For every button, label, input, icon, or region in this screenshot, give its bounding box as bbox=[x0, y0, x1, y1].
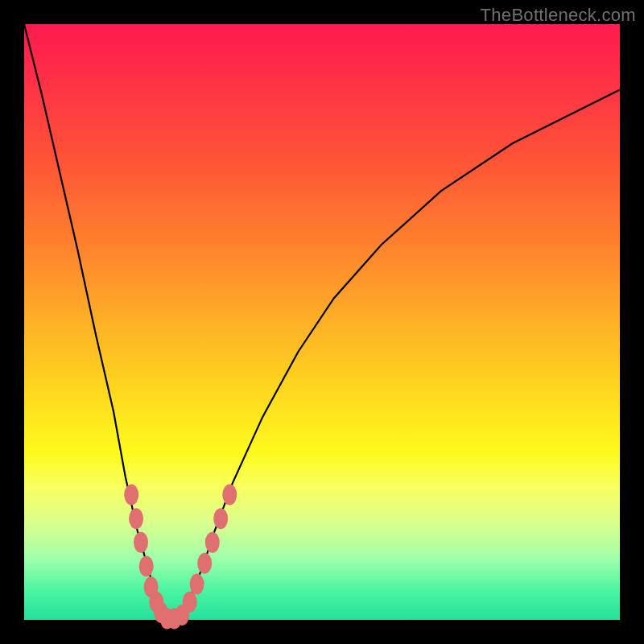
marker-right-14 bbox=[213, 508, 228, 529]
marker-right-11 bbox=[190, 574, 204, 595]
marker-left-3 bbox=[139, 555, 154, 576]
marker-right-10 bbox=[183, 592, 197, 613]
marker-right-12 bbox=[197, 553, 212, 574]
marker-left-0 bbox=[124, 485, 138, 506]
marker-left-2 bbox=[134, 532, 148, 553]
marker-right-15 bbox=[222, 485, 237, 506]
plot-area bbox=[24, 24, 620, 620]
marker-left-1 bbox=[129, 508, 143, 529]
marker-right-13 bbox=[205, 532, 220, 553]
chart-overlay bbox=[24, 24, 620, 620]
bottleneck-curve bbox=[24, 24, 620, 620]
markers-group bbox=[124, 485, 237, 630]
chart-frame: TheBottleneck.com bbox=[0, 0, 644, 644]
watermark-text: TheBottleneck.com bbox=[481, 5, 636, 26]
